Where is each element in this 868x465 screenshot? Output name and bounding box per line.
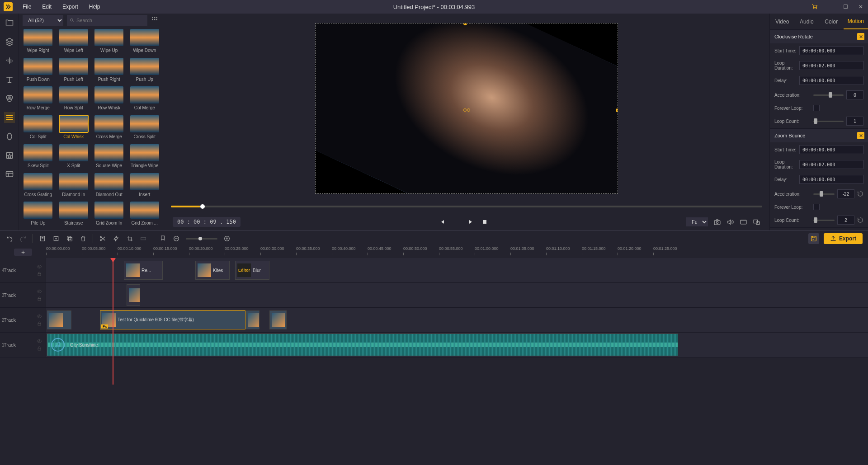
audio-icon[interactable] [4, 55, 15, 66]
aspect-icon[interactable] [740, 218, 747, 226]
menu-edit[interactable]: Edit [38, 2, 56, 12]
transition-square-wipe[interactable]: Square Wipe [93, 144, 126, 171]
transition-cross-grating[interactable]: Cross Grating [22, 173, 55, 200]
favorites-icon[interactable] [4, 150, 15, 161]
playhead[interactable] [113, 258, 113, 385]
menu-export[interactable]: Export [58, 2, 83, 12]
timeline-clip[interactable] [246, 310, 259, 329]
timeline-clip[interactable] [127, 284, 140, 306]
fullscreen-icon[interactable] [753, 218, 760, 226]
crop-icon[interactable] [126, 235, 134, 243]
preview-scrubber[interactable] [171, 206, 762, 207]
mark-in-icon[interactable] [38, 235, 47, 243]
lock-icon[interactable] [37, 346, 42, 351]
transitions-icon[interactable] [4, 112, 15, 123]
fit-dropdown[interactable]: Full [686, 217, 708, 226]
media-tab-icon[interactable] [4, 17, 15, 28]
props-tab-video[interactable]: Video [770, 14, 794, 29]
prev-frame-button[interactable] [439, 218, 446, 225]
cart-icon[interactable] [811, 3, 818, 10]
minimize-button[interactable]: ─ [826, 3, 834, 10]
maximize-button[interactable]: ☐ [842, 3, 849, 10]
text-icon[interactable] [4, 74, 15, 85]
menu-file[interactable]: File [18, 2, 36, 12]
start-time-input[interactable] [799, 46, 863, 55]
search-box[interactable] [67, 15, 147, 26]
visibility-icon[interactable] [37, 264, 42, 269]
transition-col-whisk[interactable]: Col Whisk [57, 115, 90, 142]
section-remove-button[interactable]: ✕ [857, 132, 864, 139]
visibility-icon[interactable] [37, 314, 42, 319]
acceleration-slider[interactable] [813, 193, 835, 195]
transition-insert[interactable]: Insert [128, 173, 161, 200]
lock-icon[interactable] [37, 271, 42, 277]
transition-wipe-down[interactable]: Wipe Down [128, 29, 161, 56]
loop-count-input[interactable] [837, 216, 854, 225]
undo-button[interactable] [5, 235, 14, 243]
search-input[interactable] [76, 18, 145, 23]
transition-grid-zoom-in[interactable]: Grid Zoom In [93, 202, 126, 229]
forever-loop-checkbox[interactable] [813, 105, 820, 111]
save-template-icon[interactable] [808, 233, 819, 244]
props-tab-color[interactable]: Color [819, 14, 844, 29]
delay-input[interactable] [799, 175, 863, 184]
visibility-icon[interactable] [37, 289, 42, 294]
close-button[interactable]: ✕ [857, 3, 864, 10]
timeline-clip[interactable]: Kites [195, 261, 230, 280]
templates-icon[interactable] [4, 169, 15, 180]
timeline-ruler[interactable]: 00:00:00.00000:00:05.00000:00:10.00000:0… [46, 246, 868, 258]
filters-icon[interactable] [4, 93, 15, 104]
track-content[interactable]: Test for Quicktime 608 CC file(带字幕)Fx [46, 308, 868, 332]
transition-push-up[interactable]: Push Up [128, 58, 161, 85]
marker-icon[interactable] [159, 235, 167, 243]
grid-view-icon[interactable] [151, 16, 160, 25]
acceleration-input[interactable] [837, 189, 854, 198]
rotation-handle-right[interactable] [616, 108, 618, 112]
loop-duration-input[interactable] [799, 61, 863, 70]
snapshot-icon[interactable] [713, 218, 721, 226]
track-content[interactable]: Re...KitesEditorBlur [46, 258, 868, 282]
layers-icon[interactable] [4, 36, 15, 47]
transition-col-merge[interactable]: Col Merge [128, 86, 161, 113]
props-tab-audio[interactable]: Audio [794, 14, 819, 29]
zoom-in-icon[interactable] [223, 235, 231, 243]
timeline-clip[interactable]: City Sunshine [47, 333, 678, 356]
transition-push-down[interactable]: Push Down [22, 58, 55, 85]
start-time-input[interactable] [799, 145, 863, 154]
menu-help[interactable]: Help [85, 2, 105, 12]
section-remove-button[interactable]: ✕ [857, 33, 864, 40]
elements-icon[interactable] [4, 131, 15, 142]
ripple-icon[interactable] [139, 235, 147, 243]
visibility-icon[interactable] [37, 338, 42, 344]
track-content[interactable] [46, 283, 868, 307]
lock-icon[interactable] [37, 296, 42, 301]
timeline-clip[interactable]: Test for Quicktime 608 CC file(带字幕)Fx [100, 310, 245, 329]
track-content[interactable]: City Sunshine [46, 333, 868, 357]
loop-count-slider[interactable] [813, 121, 844, 122]
transition-grid-zoom-[interactable]: Grid Zoom ... [128, 202, 161, 229]
next-frame-button[interactable] [467, 218, 475, 225]
transition-cross-merge[interactable]: Cross Merge [93, 115, 126, 142]
redo-button[interactable] [19, 235, 27, 243]
export-button[interactable]: Export [824, 233, 863, 244]
loop-duration-input[interactable] [799, 160, 863, 169]
timeline-clip[interactable]: Re... [124, 261, 163, 280]
transition-row-split[interactable]: Row Split [57, 86, 90, 113]
speed-icon[interactable] [112, 235, 120, 243]
transition-row-merge[interactable]: Row Merge [22, 86, 55, 113]
lock-icon[interactable] [37, 321, 42, 326]
add-marker-icon[interactable] [52, 235, 60, 243]
transition-diamond-in[interactable]: Diamond In [57, 173, 90, 200]
transition-push-right[interactable]: Push Right [93, 58, 126, 85]
timeline-clip[interactable] [269, 310, 287, 329]
loop-count-input[interactable] [846, 117, 863, 126]
transition-triangle-wipe[interactable]: Triangle Wipe [128, 144, 161, 171]
transition-wipe-right[interactable]: Wipe Right [22, 29, 55, 56]
reset-icon[interactable] [857, 217, 863, 223]
duplicate-icon[interactable] [66, 235, 74, 243]
acceleration-input[interactable] [846, 90, 863, 99]
loop-count-slider[interactable] [813, 220, 835, 221]
volume-icon[interactable] [726, 218, 734, 226]
zoom-slider[interactable] [186, 238, 217, 240]
transition-cross-split[interactable]: Cross Split [128, 115, 161, 142]
